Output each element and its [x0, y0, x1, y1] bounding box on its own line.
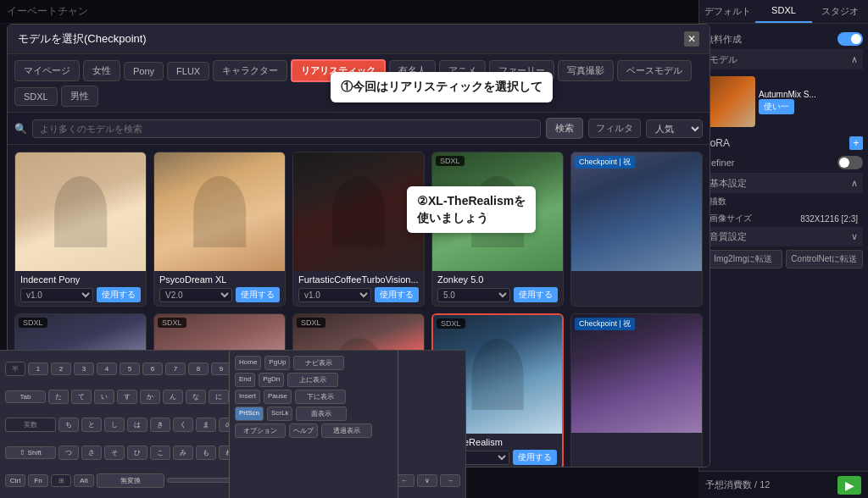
kb-key-i[interactable]: い [94, 390, 114, 404]
kb-key-ctrl[interactable]: Ctrl [5, 474, 25, 487]
tab-studio[interactable]: スタジオ [812, 0, 868, 23]
kb-key-4[interactable]: 4 [97, 362, 117, 375]
kb-key-tsu[interactable]: つ [58, 445, 79, 460]
kb-key-ni[interactable]: に [209, 390, 229, 404]
kb-down-show[interactable]: 下に表示 [295, 390, 346, 404]
kb-key-sa[interactable]: さ [81, 445, 102, 460]
kb-key-ha[interactable]: は [127, 418, 147, 432]
version-select-2[interactable]: V2.0 [159, 288, 232, 302]
use-btn-1[interactable]: 使用する [97, 287, 141, 302]
kb-key-right[interactable]: → [440, 474, 460, 487]
model-section[interactable]: モデル ∧ [704, 50, 863, 69]
kb-key-chi[interactable]: ち [58, 418, 79, 432]
cat-tab-female[interactable]: 女性 [83, 60, 120, 81]
version-select-1[interactable]: v1.0 [20, 288, 93, 302]
modal-close-btn[interactable]: ✕ [684, 31, 699, 47]
free-toggle[interactable] [837, 32, 863, 46]
kb-key-6[interactable]: 6 [142, 362, 163, 375]
model-card-3[interactable]: FurtasticCoffeeTurboVision... v1.0 使用する [292, 152, 425, 307]
use-btn-3[interactable]: 使用する [375, 287, 419, 302]
kb-pgdn[interactable]: PgDn [259, 373, 284, 387]
kb-key-win[interactable]: ⊞ [51, 474, 71, 487]
cat-tab-pony[interactable]: Pony [124, 62, 164, 80]
use-btn-9[interactable]: 使用する [513, 450, 557, 465]
kb-key-mo[interactable]: も [196, 445, 216, 460]
kb-key-ma[interactable]: ま [196, 418, 216, 432]
cat-tab-sdxl[interactable]: SDXL [14, 87, 58, 106]
filter-button[interactable]: フィルタ [588, 119, 641, 138]
version-select-3[interactable]: v1.0 [298, 288, 371, 302]
kb-key-su[interactable]: す [117, 390, 137, 404]
kb-prtscn[interactable]: PrtScn [235, 407, 264, 421]
kb-help[interactable]: ヘルプ [289, 423, 318, 438]
cat-tab-mypage[interactable]: マイページ [14, 60, 80, 81]
sort-select[interactable]: すべて 人気 [646, 119, 703, 138]
model-card-10[interactable]: Checkpoint | 祝 [570, 313, 703, 467]
controlnet-btn[interactable]: ControlNetに転送 [786, 250, 864, 268]
kb-key-tab[interactable]: Tab [5, 390, 46, 403]
kb-option[interactable]: オプション [235, 423, 286, 438]
generate-button[interactable]: ▶ [837, 476, 861, 495]
cat-tab-male[interactable]: 男性 [61, 86, 98, 107]
lora-add-btn[interactable]: + [849, 136, 863, 150]
kb-key-ko[interactable]: こ [150, 445, 170, 460]
kb-key-shi[interactable]: し [104, 418, 125, 432]
kb-surface-show[interactable]: 面表示 [296, 407, 347, 421]
kb-end[interactable]: End [235, 373, 255, 387]
kb-key-hi[interactable]: ひ [127, 445, 147, 460]
kb-key-ka[interactable]: か [140, 390, 160, 404]
refiner-toggle[interactable] [837, 156, 863, 169]
kb-key-shift-left[interactable]: ⇧ Shift [5, 446, 56, 459]
kb-up-show[interactable]: 上に表示 [287, 373, 338, 387]
tab-sdxl[interactable]: SDXL [755, 0, 811, 23]
model-card-2[interactable]: PsycoDream XL V2.0 使用する [153, 152, 286, 307]
kb-key-8[interactable]: 8 [188, 362, 209, 375]
kb-pause[interactable]: Pause [264, 390, 292, 404]
kb-key-ku[interactable]: く [173, 418, 193, 432]
kb-key-n[interactable]: ん [163, 390, 183, 404]
kb-key-alt[interactable]: Alt [74, 474, 94, 487]
kb-key-muhenkan[interactable]: 無変換 [97, 473, 164, 488]
kb-key-ta[interactable]: た [48, 390, 69, 404]
kb-key-3[interactable]: 3 [74, 362, 94, 375]
kb-key-fn[interactable]: Fn [28, 474, 48, 487]
version-select-4[interactable]: 5.0 [437, 288, 510, 302]
img2img-btn[interactable]: Img2Imgに転送 [704, 250, 782, 268]
model-name-1: Indecent Pony [20, 274, 141, 285]
steps-label: 描数 [709, 196, 726, 208]
kb-key-eisuu[interactable]: 英数 [5, 418, 56, 432]
cat-tab-character[interactable]: キャラクター [213, 60, 287, 81]
kb-key-7[interactable]: 7 [165, 362, 186, 375]
kb-key-mi[interactable]: み [173, 445, 193, 460]
kb-key-5[interactable]: 5 [120, 362, 140, 375]
kb-transparent-show[interactable]: 透過表示 [321, 423, 372, 438]
kb-scrlk[interactable]: ScrLk [267, 407, 292, 421]
basic-settings-section[interactable]: 基本設定 ∧ [704, 174, 863, 193]
kb-pgup[interactable]: PgUp [264, 356, 290, 370]
kb-key-ki[interactable]: き [150, 418, 170, 432]
kb-key-na[interactable]: な [186, 390, 206, 404]
cat-tab-photo[interactable]: 写真撮影 [558, 60, 614, 81]
right-panel-tabs: デフォルト SDXL スタジオ [699, 0, 868, 24]
search-button[interactable]: 検索 [546, 118, 583, 139]
model-use-btn-right[interactable]: 使い一 [759, 99, 794, 114]
search-input[interactable] [32, 119, 541, 138]
kb-navi-show[interactable]: ナビ表示 [293, 356, 344, 370]
kb-key-han[interactable]: 半 [5, 362, 25, 376]
kb-key-1[interactable]: 1 [28, 362, 48, 375]
use-btn-4[interactable]: 使用する [514, 287, 558, 302]
kb-key-te[interactable]: て [71, 390, 92, 404]
model-card-1[interactable]: Indecent Pony v1.0 使用する [14, 152, 147, 307]
kb-key-to[interactable]: と [81, 418, 102, 432]
use-btn-2[interactable]: 使用する [236, 287, 280, 302]
model-card-5[interactable]: Checkpoint | 祝 [570, 152, 703, 307]
kb-home[interactable]: Home [235, 356, 261, 370]
quality-section[interactable]: 音質設定 ∨ [704, 227, 863, 246]
kb-key-down[interactable]: ∨ [417, 474, 437, 487]
cat-tab-flux[interactable]: FLUX [167, 62, 209, 80]
tab-default[interactable]: デフォルト [699, 0, 755, 23]
cat-tab-basemodel[interactable]: ベースモデル [617, 60, 692, 81]
kb-insert[interactable]: Insert [235, 390, 260, 404]
kb-key-2[interactable]: 2 [51, 362, 71, 375]
kb-key-so[interactable]: そ [104, 445, 125, 460]
